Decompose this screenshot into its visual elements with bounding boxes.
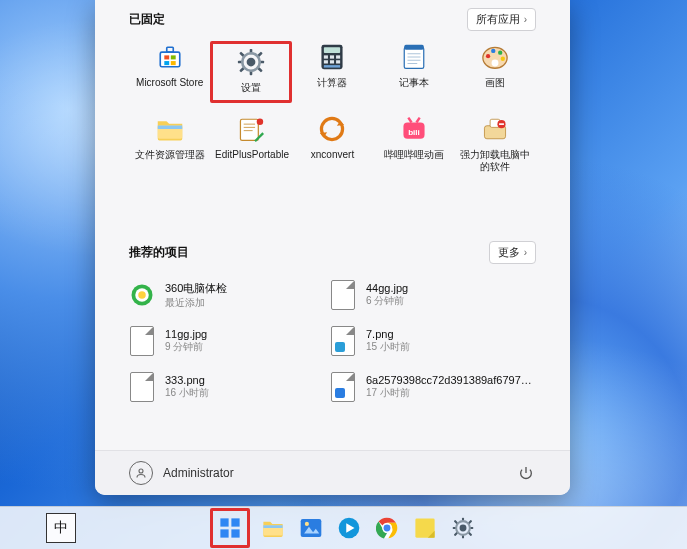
user-name: Administrator	[163, 466, 234, 480]
app-label: 强力卸载电脑中的软件	[459, 149, 531, 173]
svg-line-50	[416, 118, 419, 123]
app-label: 计算器	[317, 77, 347, 89]
xnconvert-icon	[318, 115, 346, 143]
bilibili-icon: bili	[400, 115, 428, 143]
pinned-app-7[interactable]: xnconvert	[292, 113, 373, 177]
start-button[interactable]	[210, 508, 250, 548]
start-menu: 已固定 所有应用 › Microsoft Store设置计算器记事本画图文件资源…	[95, 0, 570, 495]
explorer-icon	[156, 115, 184, 143]
chrome-button[interactable]	[372, 513, 402, 543]
pinned-title: 已固定	[129, 11, 165, 28]
app-label: 画图	[485, 77, 505, 89]
file-icon	[330, 280, 356, 310]
360-icon	[129, 280, 155, 310]
svg-text:bili: bili	[408, 128, 420, 137]
taskbar: 中	[0, 506, 687, 549]
note-icon	[414, 517, 436, 539]
svg-point-6	[247, 58, 256, 67]
recommended-item-4[interactable]: 333.png16 小时前	[129, 372, 310, 402]
recommended-item-1[interactable]: 44gg.jpg6 分钟前	[330, 280, 536, 310]
more-label: 更多	[498, 245, 520, 260]
paint-icon	[481, 43, 509, 71]
uninstall-icon	[481, 115, 509, 143]
ime-label: 中	[54, 519, 68, 537]
ime-indicator[interactable]: 中	[46, 513, 76, 543]
explorer-button[interactable]	[258, 513, 288, 543]
pinned-app-9[interactable]: 强力卸载电脑中的软件	[455, 113, 536, 177]
svg-rect-21	[324, 60, 328, 63]
pinned-app-3[interactable]: 记事本	[373, 41, 454, 103]
svg-point-45	[322, 118, 343, 139]
ms-store-icon	[156, 43, 184, 71]
recommended-item-2[interactable]: 11gg.jpg9 分钟前	[129, 326, 310, 356]
editplus-icon	[237, 115, 265, 143]
recommended-item-5[interactable]: 6a2579398cc72d391389af679703f3...17 小时前	[330, 372, 536, 402]
pinned-app-1[interactable]: 设置	[210, 41, 291, 103]
app-label: 文件资源管理器	[135, 149, 205, 161]
recommended-title: 推荐的项目	[129, 244, 189, 261]
notepad-icon	[400, 43, 428, 71]
recommended-sub: 16 小时前	[165, 386, 209, 400]
svg-point-36	[501, 57, 505, 61]
start-footer: Administrator	[95, 450, 570, 495]
file-icon	[330, 326, 356, 356]
svg-rect-61	[231, 518, 239, 526]
recommended-name: 360电脑体检	[165, 281, 227, 296]
recommended-name: 7.png	[366, 328, 410, 340]
power-button[interactable]	[516, 463, 536, 483]
app-label: xnconvert	[311, 149, 354, 161]
svg-rect-20	[337, 55, 341, 58]
svg-rect-22	[330, 60, 334, 63]
chevron-right-icon: ›	[524, 14, 527, 25]
svg-point-34	[491, 49, 495, 53]
user-button[interactable]: Administrator	[129, 461, 234, 485]
svg-point-33	[486, 54, 490, 58]
calculator-icon	[318, 43, 346, 71]
svg-point-32	[492, 60, 499, 67]
recommended-name: 6a2579398cc72d391389af679703f3...	[366, 374, 536, 386]
svg-rect-2	[164, 55, 169, 59]
pinned-app-0[interactable]: Microsoft Store	[129, 41, 210, 103]
all-apps-button[interactable]: 所有应用 ›	[467, 8, 536, 31]
svg-rect-18	[324, 55, 328, 58]
file-icon	[330, 372, 356, 402]
pinned-app-2[interactable]: 计算器	[292, 41, 373, 103]
pinned-app-6[interactable]: EditPlusPortable	[210, 113, 291, 177]
settings-button[interactable]	[448, 513, 478, 543]
svg-point-76	[459, 525, 466, 532]
recommended-name: 333.png	[165, 374, 209, 386]
settings-icon	[452, 517, 474, 539]
chrome-icon	[376, 517, 398, 539]
svg-rect-62	[220, 529, 228, 537]
app-label: Microsoft Store	[136, 77, 203, 89]
recommended-section: 推荐的项目 更多 › 360电脑体检最近添加44gg.jpg6 分钟前11gg.…	[95, 233, 570, 402]
svg-rect-24	[324, 65, 340, 67]
recommended-item-3[interactable]: 7.png15 小时前	[330, 326, 536, 356]
settings-icon	[237, 48, 265, 76]
recommended-item-0[interactable]: 360电脑体检最近添加	[129, 280, 310, 310]
recommended-sub: 最近添加	[165, 296, 227, 310]
photos-button[interactable]	[296, 513, 326, 543]
player-button[interactable]	[334, 513, 364, 543]
more-button[interactable]: 更多 ›	[489, 241, 536, 264]
svg-point-58	[138, 291, 146, 299]
pinned-app-5[interactable]: 文件资源管理器	[129, 113, 210, 177]
svg-point-68	[304, 522, 308, 526]
svg-line-49	[408, 118, 411, 123]
win11-logo-icon	[219, 517, 241, 539]
svg-rect-3	[171, 55, 176, 59]
pinned-app-8[interactable]: bili哔哩哔哩动画	[373, 113, 454, 177]
all-apps-label: 所有应用	[476, 12, 520, 27]
svg-rect-17	[324, 47, 340, 53]
app-label: 设置	[241, 82, 261, 94]
photos-icon	[300, 517, 322, 539]
recommended-sub: 9 分钟前	[165, 340, 207, 354]
svg-rect-4	[164, 61, 169, 65]
recommended-name: 44gg.jpg	[366, 282, 408, 294]
pinned-app-4[interactable]: 画图	[455, 41, 536, 103]
svg-rect-1	[166, 47, 173, 52]
svg-rect-25	[404, 47, 424, 68]
svg-rect-19	[330, 55, 334, 58]
sticky-button[interactable]	[410, 513, 440, 543]
app-label: 哔哩哔哩动画	[384, 149, 444, 161]
